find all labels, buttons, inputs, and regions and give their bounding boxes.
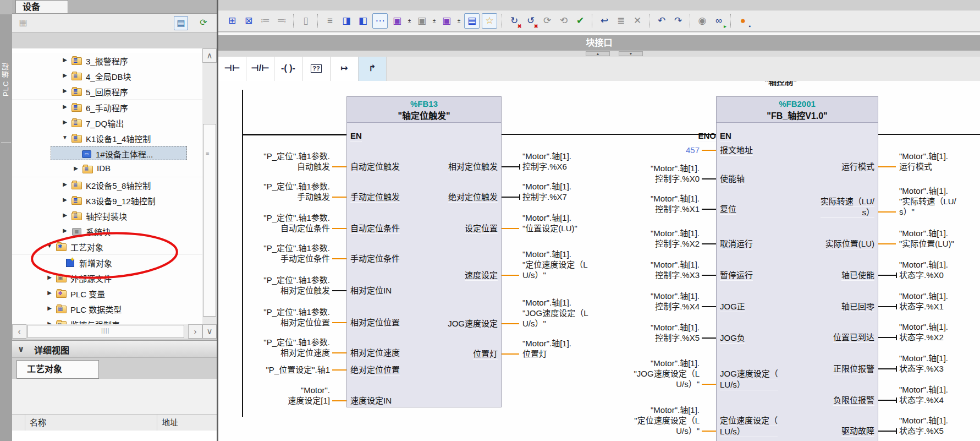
output-operand[interactable]: "Motor".轴[1]."实际位置(LU)"	[899, 228, 954, 249]
insert-row-icon[interactable]: ≔	[258, 14, 272, 28]
input-operand[interactable]: "P_定位".轴1参数.自动定位条件	[263, 213, 330, 233]
find-icon[interactable]: ◉	[695, 14, 709, 28]
tree-scroll-right-button[interactable]: ›	[188, 324, 202, 339]
input-operand[interactable]: "P_定位".轴1参数.相对定位触发	[263, 275, 330, 296]
branch-icon[interactable]: ↦	[331, 57, 359, 81]
expand-all-icon[interactable]: ◨	[339, 14, 354, 28]
tree-item[interactable]: ▶❖PLC 变量	[12, 286, 202, 302]
fc-box-icon-dropdown[interactable]: ±	[431, 18, 437, 24]
output-operand[interactable]: "Motor".轴[1].控制字.%X7	[522, 181, 571, 202]
output-operand[interactable]: "Motor".轴[1].控制字.%X6	[522, 151, 571, 172]
collapse-chevron-icon[interactable]: ∨	[14, 342, 27, 356]
no-contact-icon[interactable]: ⊣⊢	[218, 57, 246, 81]
tree-vscrollbar-thumb[interactable]	[203, 124, 216, 317]
tree-item[interactable]: ▶≣3_报警程序	[12, 53, 202, 69]
monitoring-glasses-icon[interactable]: ∞▸	[712, 14, 726, 28]
tree-scroll-down-button[interactable]: ∨	[202, 324, 217, 339]
output-operand[interactable]: "Motor".轴[1].状态字.%X1	[899, 291, 948, 312]
output-operand[interactable]: "Motor".轴[1]."实际转速（LU/s）"	[899, 186, 956, 217]
tree-item[interactable]: ✦新增对象	[12, 255, 202, 271]
detail-col-name[interactable]: 名称	[25, 415, 157, 431]
input-operand[interactable]: "Motor".轴[1].控制字.%X2	[651, 228, 700, 249]
output-operand[interactable]: "Motor".轴[1].运行模式	[899, 151, 948, 172]
nc-contact-icon[interactable]: ⊣/⊢	[246, 57, 274, 81]
input-operand[interactable]: "P_定位".轴1参数.相对定位速度	[263, 337, 330, 358]
cross-reference-icon[interactable]: ✕	[630, 14, 645, 28]
comment-toggle-icon[interactable]: ⋯	[372, 13, 388, 29]
compile-icon[interactable]: ✔	[573, 14, 587, 28]
chevron-collapsed-icon[interactable]: ▶	[46, 305, 53, 311]
tree-item[interactable]: ▶≣4_全局DB块	[12, 68, 202, 84]
collapse-all-icon[interactable]: ◧	[356, 14, 370, 28]
chevron-collapsed-icon[interactable]: ▶	[62, 197, 68, 203]
chevron-collapsed-icon[interactable]: ▶	[62, 57, 68, 63]
detail-col-address[interactable]: 地址	[157, 415, 217, 431]
insert-row-after-icon[interactable]: ≕	[274, 14, 289, 28]
tree-item[interactable]: ▶▦系统块	[12, 224, 202, 239]
input-operand[interactable]: "Motor".轴[1].控制字.%X1	[651, 193, 700, 214]
tree-item[interactable]: ▶▣外部源文件	[12, 270, 202, 286]
chevron-collapsed-icon[interactable]: ▶	[62, 212, 68, 218]
input-operand[interactable]: 457	[686, 145, 700, 155]
db-box-icon-dropdown[interactable]: ±	[456, 18, 462, 24]
tree-item[interactable]: ▶≣IDB	[12, 161, 202, 177]
chevron-expanded-icon[interactable]: ▼	[46, 243, 53, 249]
tree-item[interactable]: ▶≣K3设备9_12轴控制	[12, 193, 202, 209]
output-operand[interactable]: "Motor".轴[1]."位置设定(LU)"	[522, 213, 577, 233]
tree-item[interactable]: ▶≣7_DQ输出	[12, 115, 202, 131]
output-operand[interactable]: "Motor".轴[1]."JOG速度设定（LU/s）"	[522, 297, 588, 329]
download-icon[interactable]: ⟳	[540, 14, 554, 28]
chevron-collapsed-icon[interactable]: ▶	[73, 165, 79, 171]
input-operand[interactable]: "P_位置设定".轴1	[266, 364, 330, 375]
delete-network-icon[interactable]: ⊠	[241, 14, 256, 28]
tree-scroll-left-button[interactable]: ‹	[12, 324, 26, 339]
tree-item[interactable]: ▶≣5_回原程序	[12, 84, 202, 100]
splitter-down-button[interactable]: ▼	[619, 51, 643, 56]
detail-view-tab-tech-objects[interactable]: 工艺对象	[16, 360, 99, 379]
chevron-collapsed-icon[interactable]: ▶	[46, 274, 53, 280]
tab-devices[interactable]: 设备	[15, 0, 68, 13]
insert-network-icon[interactable]: ⊞	[225, 14, 239, 28]
empty-box-icon[interactable]: ??	[302, 57, 331, 81]
output-operand[interactable]: "Motor".轴[1]."定位速度设定（LU/s）"	[522, 249, 588, 280]
open-branch-icon[interactable]: ↱	[359, 57, 387, 81]
tree-scroll-up-button[interactable]: ∧	[202, 48, 217, 63]
undo-icon[interactable]: ↻✖	[507, 14, 521, 28]
list-view-icon[interactable]: ▤	[174, 16, 188, 30]
input-operand[interactable]: "P_定位".轴1参数.自动触发	[263, 151, 330, 172]
network-structure-icon[interactable]: ≡	[323, 14, 337, 28]
upload-icon[interactable]: ⟲	[557, 14, 571, 28]
coil-icon[interactable]: ‑( )‑	[274, 57, 302, 81]
input-operand[interactable]: "Motor".轴[1]."JOG速度设定（LU/s）"	[634, 358, 700, 389]
block-interface-bar[interactable]: 块接口	[218, 35, 980, 51]
chevron-collapsed-icon[interactable]: ▶	[62, 88, 68, 94]
configure-icon[interactable]: ▦	[16, 16, 30, 29]
fc-box-icon[interactable]: ▣	[415, 14, 429, 28]
input-operand[interactable]: "Motor".轴[1].控制字.%X4	[651, 291, 700, 312]
fb-box-icon-dropdown[interactable]: ±	[406, 18, 412, 24]
input-operand[interactable]: "Motor".轴[1].控制字.%X5	[651, 322, 700, 343]
output-operand[interactable]: "Motor".轴[1].位置灯	[522, 338, 571, 359]
jump-back-icon[interactable]: ↶	[654, 14, 669, 28]
output-operand[interactable]: "Motor".轴[1].状态字.%X4	[899, 384, 948, 405]
tree-item[interactable]: ▼✱工艺对象	[12, 239, 202, 255]
output-operand[interactable]: "Motor".轴[1].状态字.%X5	[899, 415, 948, 436]
tree-item[interactable]: ▶≣K2设备5_8轴控制	[12, 177, 202, 193]
input-operand[interactable]: "P_定位".轴1参数.手动定位条件	[263, 243, 330, 264]
splitter-up-button[interactable]: ▲	[586, 51, 610, 56]
input-operand[interactable]: "Motor".速度设定[1]	[288, 385, 330, 406]
tree-item[interactable]: ▼≣K1设备1_4轴控制	[12, 130, 202, 146]
chevron-collapsed-icon[interactable]: ▶	[46, 290, 53, 296]
refresh-table-icon[interactable]: ⟳	[197, 16, 210, 29]
paste-block-icon[interactable]: ▯	[299, 14, 313, 28]
tree-item[interactable]: ▶≣轴控封装块	[12, 208, 202, 224]
chevron-collapsed-icon[interactable]: ▶	[62, 181, 68, 187]
output-operand[interactable]: "Motor".轴[1].状态字.%X0	[899, 259, 948, 280]
chevron-collapsed-icon[interactable]: ▶	[62, 227, 68, 233]
fb-box-icon[interactable]: ▣	[390, 14, 404, 28]
function-block-fb13[interactable]: %FB13"轴定位触发"	[346, 96, 502, 407]
input-operand[interactable]: "Motor".轴[1]."定位速度设定（LU/s）"	[634, 405, 700, 436]
input-operand[interactable]: "Motor".轴[1].控制字.%X3	[651, 259, 700, 280]
chevron-collapsed-icon[interactable]: ▶	[62, 119, 68, 125]
program-editor-canvas[interactable]: %FB13"轴定位触发"ENENO自动定位触发"P_定位".轴1参数.自动触发手…	[218, 81, 980, 441]
